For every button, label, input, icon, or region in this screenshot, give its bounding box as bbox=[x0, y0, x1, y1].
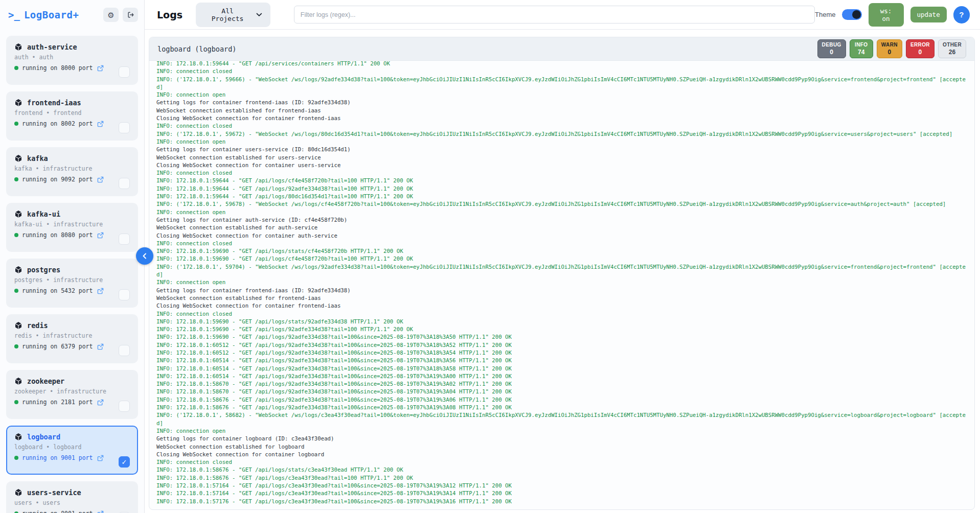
log-panel-title: logboard (logboard) bbox=[157, 45, 236, 53]
service-status-text: running on 8080 port bbox=[22, 231, 93, 239]
package-icon bbox=[14, 433, 22, 441]
status-dot bbox=[14, 400, 18, 404]
service-meta: frontend • frontend bbox=[14, 109, 130, 116]
service-checkbox[interactable]: ✓ bbox=[119, 456, 130, 468]
service-checkbox[interactable]: ✓ bbox=[119, 345, 130, 356]
theme-toggle-knob bbox=[852, 10, 861, 19]
chevron-down-icon bbox=[256, 13, 262, 17]
service-status-text: running on 5432 port bbox=[22, 287, 93, 294]
theme-toggle[interactable] bbox=[842, 9, 861, 20]
log-line: INFO: 172.18.0.1:59644 - "GET /api/servi… bbox=[156, 61, 967, 67]
external-link-icon[interactable] bbox=[97, 232, 104, 239]
service-status-text: running on 9092 port bbox=[22, 176, 93, 183]
badge-other[interactable]: OTHER 26 bbox=[938, 39, 966, 58]
service-card-redis[interactable]: redis redis • infrastructure running on … bbox=[6, 314, 138, 363]
service-checkbox[interactable]: ✓ bbox=[119, 234, 130, 245]
external-link-icon[interactable] bbox=[97, 65, 104, 72]
log-line: Closing WebSocket connection for contain… bbox=[156, 451, 967, 458]
log-line: INFO: 172.18.0.1:58676 - "GET /api/logs/… bbox=[156, 466, 967, 474]
package-icon bbox=[14, 488, 22, 497]
badge-label: DEBUG bbox=[822, 42, 841, 49]
log-filter-input[interactable] bbox=[294, 6, 815, 24]
external-link-icon[interactable] bbox=[97, 176, 104, 183]
log-line: WebSocket connection established for aut… bbox=[156, 224, 967, 231]
service-name: kafka bbox=[27, 154, 48, 162]
log-line: INFO: ('172.18.0.1', 59678) - "WebSocket… bbox=[156, 200, 967, 208]
status-dot bbox=[14, 344, 18, 348]
log-line: INFO: 172.18.0.1:60512 - "GET /api/logs/… bbox=[156, 349, 967, 357]
log-line: INFO: 172.18.0.1:60514 - "GET /api/logs/… bbox=[156, 365, 967, 372]
badge-debug[interactable]: DEBUG 0 bbox=[817, 39, 846, 58]
project-select[interactable]: All Projects bbox=[196, 3, 270, 27]
service-meta: postgres • infrastructure bbox=[14, 276, 130, 284]
external-link-icon[interactable] bbox=[97, 399, 104, 406]
log-output[interactable]: INFO: 172.18.0.1:59644 - "GET /api/servi… bbox=[149, 61, 974, 510]
terminal-prompt-icon: >_ bbox=[8, 9, 20, 20]
log-line: INFO: 172.18.0.1:59690 - "GET /api/logs/… bbox=[156, 247, 967, 255]
log-panel: logboard (logboard) DEBUG 0 INFO 74 WARN… bbox=[149, 37, 975, 510]
service-card-zookeeper[interactable]: zookeeper zookeeper • infrastructure run… bbox=[6, 370, 138, 419]
service-checkbox[interactable]: ✓ bbox=[119, 178, 130, 189]
service-name: zookeeper bbox=[27, 377, 64, 385]
package-icon bbox=[14, 321, 22, 330]
service-meta: kafka-ui • infrastructure bbox=[14, 221, 130, 228]
log-line: INFO: 172.18.0.1:59644 - "GET /api/logs/… bbox=[156, 193, 967, 200]
service-meta: redis • infrastructure bbox=[14, 332, 130, 339]
badge-warn[interactable]: WARN 0 bbox=[877, 39, 902, 58]
external-link-icon[interactable] bbox=[97, 343, 104, 350]
external-link-icon[interactable] bbox=[97, 121, 104, 127]
badge-error[interactable]: ERROR 0 bbox=[906, 39, 935, 58]
status-dot bbox=[14, 177, 18, 181]
log-line: WebSocket connection established for use… bbox=[156, 154, 967, 161]
log-line: INFO: 172.18.0.1:57176 - "GET /api/logs/… bbox=[156, 498, 967, 505]
log-line: Closing WebSocket connection for contain… bbox=[156, 161, 967, 169]
log-line: INFO: connection closed bbox=[156, 67, 967, 75]
badge-count: 26 bbox=[943, 49, 962, 56]
main-area: Logs All Projects Theme ws: on update ? … bbox=[145, 0, 980, 513]
badge-info[interactable]: INFO 74 bbox=[850, 39, 873, 58]
log-line: Getting logs for container users-service… bbox=[156, 146, 967, 153]
service-status-text: running on 9001 port bbox=[22, 454, 93, 461]
log-line: INFO: 172.18.0.1:59690 - "GET /api/logs/… bbox=[156, 325, 967, 333]
sidebar-collapse-button[interactable] bbox=[136, 247, 153, 265]
service-card-kafka[interactable]: kafka kafka • infrastructure running on … bbox=[6, 147, 138, 196]
project-select-label: All Projects bbox=[204, 7, 251, 22]
badge-count: 74 bbox=[854, 49, 869, 56]
service-name: kafka-ui bbox=[27, 210, 60, 218]
status-dot bbox=[14, 122, 18, 126]
service-checkbox[interactable]: ✓ bbox=[119, 401, 130, 412]
log-level-badges: DEBUG 0 INFO 74 WARN 0 ERROR 0 OTHER 26 bbox=[817, 39, 966, 58]
service-card-frontend-iaas[interactable]: frontend-iaas frontend • frontend runnin… bbox=[6, 91, 138, 141]
external-link-icon[interactable] bbox=[97, 455, 104, 461]
websocket-toggle-button[interactable]: ws: on bbox=[869, 3, 904, 27]
service-name: auth-service bbox=[27, 43, 77, 51]
external-link-icon[interactable] bbox=[97, 288, 104, 294]
settings-button[interactable]: ⚙ bbox=[103, 8, 119, 22]
service-checkbox[interactable]: ✓ bbox=[119, 66, 130, 78]
update-button[interactable]: update bbox=[910, 7, 947, 22]
log-line: Closing WebSocket connection for contain… bbox=[156, 114, 967, 122]
service-card-postgres[interactable]: postgres postgres • infrastructure runni… bbox=[6, 259, 138, 308]
service-card-logboard[interactable]: logboard logboard • logboard running on … bbox=[6, 426, 138, 475]
badge-count: 0 bbox=[910, 49, 930, 56]
app-logo[interactable]: >_ LogBoard+ bbox=[8, 9, 79, 20]
badge-label: OTHER bbox=[943, 42, 962, 49]
log-line: INFO: connection open bbox=[156, 138, 967, 146]
log-line: INFO: 172.18.0.1:58676 - "GET /api/logs/… bbox=[156, 404, 967, 411]
log-line: WebSocket connection established for fro… bbox=[156, 294, 967, 302]
service-card-users-service[interactable]: users-service users • users running on 8… bbox=[6, 481, 138, 513]
service-meta: logboard • logboard bbox=[14, 444, 130, 451]
service-card-auth-service[interactable]: auth-service auth • auth running on 8000… bbox=[6, 36, 138, 85]
log-line: INFO: connection closed bbox=[156, 122, 967, 130]
log-line: INFO: 172.18.0.1:59690 - "GET /api/logs/… bbox=[156, 318, 967, 325]
service-meta: auth • auth bbox=[14, 54, 130, 61]
service-checkbox[interactable]: ✓ bbox=[119, 122, 130, 133]
service-meta: zookeeper • infrastructure bbox=[14, 388, 130, 395]
service-checkbox[interactable]: ✓ bbox=[119, 289, 130, 300]
service-card-kafka-ui[interactable]: kafka-ui kafka-ui • infrastructure runni… bbox=[6, 203, 138, 252]
external-link-icon[interactable] bbox=[97, 510, 104, 513]
log-panel-header: logboard (logboard) DEBUG 0 INFO 74 WARN… bbox=[149, 37, 974, 61]
log-line: INFO: connection open bbox=[156, 427, 967, 435]
help-button[interactable]: ? bbox=[953, 6, 970, 24]
logout-button[interactable] bbox=[123, 8, 138, 22]
